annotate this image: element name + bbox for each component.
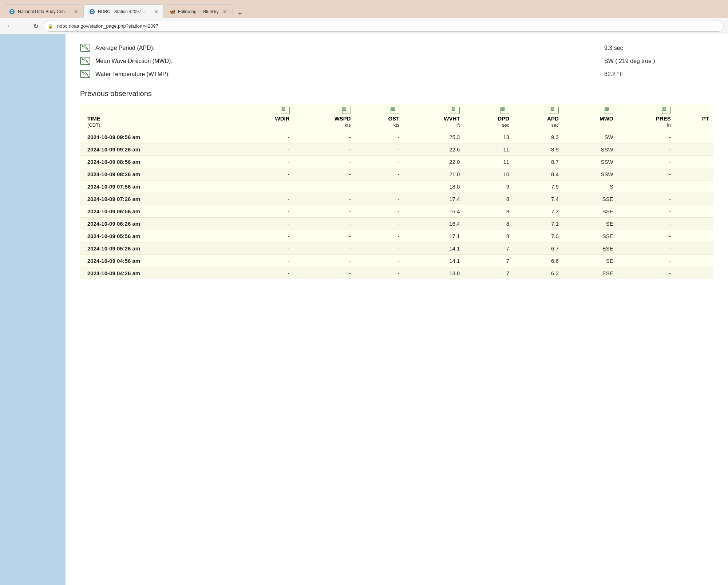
browser-title-bar: National Data Buoy Center ✕ NDBC - Stati… <box>0 0 728 18</box>
tab2-close-icon[interactable]: ✕ <box>154 9 158 15</box>
th-apd-label: APD <box>514 115 563 122</box>
address-bar[interactable]: 🔒 ndbc.noaa.gov/station_page.php?station… <box>44 21 724 32</box>
new-tab-button[interactable]: + <box>236 10 244 18</box>
cell-wvht: 25.3 <box>404 131 464 143</box>
summary-row-apd: Average Period (APD): 9.3 sec <box>80 41 713 55</box>
cell-apd: 6.3 <box>514 267 563 280</box>
cell-gst: - <box>355 218 404 230</box>
cell-wspd: - <box>294 181 355 193</box>
cell-apd: 6.7 <box>514 242 563 255</box>
tab-station-42097[interactable]: NDBC - Station 42097 Recent D ✕ <box>84 4 164 18</box>
table-row: 2024-10-09 07:26 am---17.487.4SSE- <box>80 193 713 205</box>
th-wvht-label: WVHT <box>404 115 464 122</box>
svg-point-2 <box>11 11 13 12</box>
th-time-label: TIME <box>80 115 237 122</box>
summary-row-wtmp: Water Temperature (WTMP): 82.2 °F <box>80 68 713 81</box>
cell-mwd: SE <box>563 218 618 230</box>
wvht-chart-icon <box>451 107 460 114</box>
cell-pt <box>675 218 713 230</box>
cell-wvht: 14.1 <box>404 242 464 255</box>
page-wrapper: Average Period (APD): 9.3 sec Mean Wave … <box>0 34 728 585</box>
cell-mwd: SE <box>563 255 618 267</box>
observations-table: TIME WDIR WSPD GST WVHT DPD APD MWD PRES… <box>80 104 713 279</box>
th-pt-label: PT <box>675 115 713 122</box>
cell-time: 2024-10-09 04:26 am <box>80 267 237 280</box>
wtmp-broken-icon <box>80 70 92 79</box>
cell-wvht: 14.1 <box>404 255 464 267</box>
th-wdir-label: WDIR <box>237 115 294 122</box>
table-row: 2024-10-09 06:26 am---16.487.1SE- <box>80 218 713 230</box>
cell-apd: 7.9 <box>514 181 563 193</box>
cell-time: 2024-10-09 09:56 am <box>80 131 237 143</box>
table-header-names-row: TIME WDIR WSPD GST WVHT DPD APD MWD PRES… <box>80 115 713 122</box>
back-button[interactable]: ← <box>4 21 15 31</box>
table-row: 2024-10-09 08:56 am---22.0118.7SSW- <box>80 156 713 168</box>
cell-pres: - <box>618 255 675 267</box>
cell-dpd: 11 <box>464 156 514 168</box>
th-wspd-unit: kts <box>294 122 355 131</box>
tab3-close-icon[interactable]: ✕ <box>223 9 227 15</box>
cell-pres: - <box>618 193 675 205</box>
cell-wdir: - <box>237 156 294 168</box>
cell-pres: - <box>618 205 675 218</box>
cell-wvht: 16.4 <box>404 205 464 218</box>
noaa-favicon-icon <box>9 9 15 15</box>
cell-wspd: - <box>294 218 355 230</box>
cell-wvht: 22.6 <box>404 143 464 156</box>
cell-wvht: 13.8 <box>404 267 464 280</box>
cell-pt <box>675 193 713 205</box>
cell-wvht: 18.0 <box>404 181 464 193</box>
observations-tbody: 2024-10-09 09:56 am---25.3139.3SW-2024-1… <box>80 131 713 280</box>
cell-wdir: - <box>237 143 294 156</box>
cell-mwd: S <box>563 181 618 193</box>
tab1-close-icon[interactable]: ✕ <box>74 9 78 15</box>
th-dpd-icon <box>464 104 514 115</box>
address-url: ndbc.noaa.gov/station_page.php?station=4… <box>57 23 158 29</box>
table-row: 2024-10-09 04:26 am---13.876.3ESE- <box>80 267 713 280</box>
prev-obs-heading: Previous observations <box>80 90 713 98</box>
cell-pt <box>675 131 713 143</box>
tab3-label: Following — Bluesky <box>178 9 218 14</box>
cell-dpd: 8 <box>464 193 514 205</box>
mwd-chart-icon <box>605 107 613 114</box>
apd-chart-icon <box>550 107 559 114</box>
cell-wdir: - <box>237 193 294 205</box>
cell-mwd: SSW <box>563 168 618 181</box>
th-dpd-unit: sec <box>464 122 514 131</box>
th-apd-unit: sec <box>514 122 563 131</box>
cell-pres: - <box>618 168 675 181</box>
cell-pres: - <box>618 181 675 193</box>
th-gst-label: GST <box>355 115 404 122</box>
th-mwd-unit <box>563 122 618 131</box>
cell-time: 2024-10-09 08:56 am <box>80 156 237 168</box>
cell-wspd: - <box>294 143 355 156</box>
th-pres-label: PRES <box>618 115 675 122</box>
th-pt-empty <box>675 104 713 115</box>
dpd-chart-icon <box>500 107 509 114</box>
tab-bluesky[interactable]: 🦋 Following — Bluesky ✕ <box>164 4 233 18</box>
cell-time: 2024-10-09 04:56 am <box>80 255 237 267</box>
th-wspd-label: WSPD <box>294 115 355 122</box>
cell-pt <box>675 168 713 181</box>
cell-time: 2024-10-09 07:56 am <box>80 181 237 193</box>
cell-pt <box>675 143 713 156</box>
cell-wdir: - <box>237 230 294 242</box>
th-mwd-label: MWD <box>563 115 618 122</box>
table-row: 2024-10-09 08:26 am---21.0108.4SSW- <box>80 168 713 181</box>
tab-ndbc[interactable]: National Data Buoy Center ✕ <box>4 4 84 18</box>
cell-pt <box>675 267 713 280</box>
forward-button[interactable]: → <box>17 21 28 31</box>
th-pres-icon <box>618 104 675 115</box>
reload-button[interactable]: ↻ <box>31 21 41 31</box>
cell-time: 2024-10-09 06:56 am <box>80 205 237 218</box>
cell-pres: - <box>618 218 675 230</box>
cell-time: 2024-10-09 06:26 am <box>80 218 237 230</box>
cell-dpd: 8 <box>464 230 514 242</box>
cell-apd: 7.1 <box>514 218 563 230</box>
cell-gst: - <box>355 255 404 267</box>
th-apd-icon <box>514 104 563 115</box>
cell-dpd: 9 <box>464 181 514 193</box>
cell-mwd: SSW <box>563 143 618 156</box>
cell-wspd: - <box>294 205 355 218</box>
cell-wspd: - <box>294 193 355 205</box>
